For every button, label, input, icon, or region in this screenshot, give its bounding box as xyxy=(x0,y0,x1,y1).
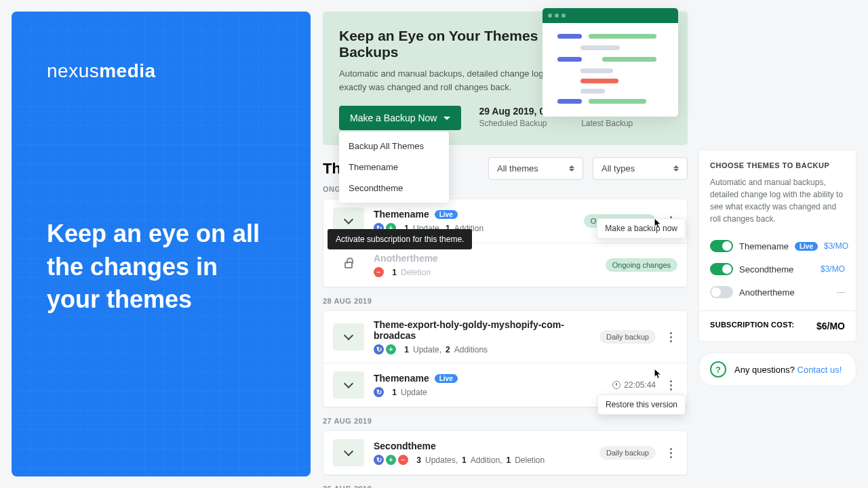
toggle[interactable] xyxy=(710,240,733,252)
add-icon: + xyxy=(386,455,396,465)
table-row: ThemenameLive ↻+ 1 Update, 1 Addition On… xyxy=(323,199,687,243)
promo-panel: nexusmedia Keep an eye on all the change… xyxy=(12,12,311,476)
status-badge: Daily backup xyxy=(599,330,656,344)
group-date: 28 AUG 2019 xyxy=(323,297,688,305)
tooltip: Activate subscription for this theme. xyxy=(328,229,472,249)
update-icon: ↻ xyxy=(374,455,384,465)
dropdown-item[interactable]: Backup All Themes xyxy=(339,136,449,157)
table-row: Anothertheme − 1 Deletion Ongoing change… xyxy=(323,243,687,287)
contact-link[interactable]: Contact us! xyxy=(797,365,842,375)
table-row: Theme-export-holy-goldy-myshopify-com-br… xyxy=(323,311,687,363)
backup-time: 22:05:44 xyxy=(612,380,656,390)
price: $3/MO xyxy=(821,264,845,274)
expand-button[interactable] xyxy=(333,371,364,399)
row-menu-button[interactable] xyxy=(664,332,677,342)
panel-desc: Automatic and manual backups, detailed c… xyxy=(710,176,845,225)
table-row: Secondtheme ↻+− 3 Updates, 1 Addition, 1… xyxy=(323,431,687,474)
update-icon: ↻ xyxy=(374,344,384,354)
live-badge: Live xyxy=(435,374,458,383)
status-badge: Daily backup xyxy=(599,446,656,460)
panel-title: CHOOSE THEMES TO BACKUP xyxy=(710,161,845,169)
make-backup-button[interactable]: Make a Backup Now xyxy=(339,106,461,130)
type-filter[interactable]: All types xyxy=(593,157,688,180)
cursor-icon xyxy=(652,368,661,380)
toggle[interactable] xyxy=(710,263,733,275)
sort-icon xyxy=(569,165,574,171)
row-menu[interactable]: Restore this version xyxy=(597,394,686,415)
row-menu-button[interactable] xyxy=(664,448,677,458)
add-icon: + xyxy=(386,344,396,354)
toggle[interactable] xyxy=(710,286,733,298)
row-menu[interactable]: Make a backup now xyxy=(597,218,686,239)
logo: nexusmedia xyxy=(47,60,275,82)
chevron-down-icon xyxy=(344,215,353,224)
dropdown-item[interactable]: Secondtheme xyxy=(339,178,449,199)
live-badge: Live xyxy=(795,242,818,251)
table-row: ThemenameLive ↻ 1 Update 22:05:44 Restor… xyxy=(323,363,687,407)
expand-button[interactable] xyxy=(333,439,364,466)
delete-icon: − xyxy=(374,267,384,277)
illustration xyxy=(542,8,678,117)
clock-icon xyxy=(612,381,620,389)
chevron-down-icon xyxy=(443,117,450,120)
theme-option: Anothertheme --- xyxy=(710,281,845,304)
sort-icon xyxy=(673,165,679,171)
tagline: Keep an eye on all the changes in your t… xyxy=(47,218,275,317)
backup-dropdown: Backup All Themes Themename Secondtheme xyxy=(339,131,449,203)
expand-button[interactable] xyxy=(333,323,364,350)
delete-icon: − xyxy=(398,455,408,465)
dropdown-item[interactable]: Themename xyxy=(339,157,449,178)
theme-option: Themename Live $3/MO xyxy=(710,235,845,258)
update-icon: ↻ xyxy=(374,387,384,397)
ongoing-card: ThemenameLive ↻+ 1 Update, 1 Addition On… xyxy=(323,199,688,287)
cost-row: SUBSCRIPTION COST:$6/MO xyxy=(699,310,856,341)
price: $3/MO xyxy=(824,241,848,251)
row-menu-button[interactable] xyxy=(664,380,677,390)
theme-option: Secondtheme $3/MO xyxy=(710,258,845,281)
backup-settings-panel: CHOOSE THEMES TO BACKUP Automatic and ma… xyxy=(698,150,856,342)
status-badge: Ongoing changes xyxy=(606,258,677,272)
live-badge: Live xyxy=(435,210,458,219)
group-date: 26 AUG 2019 xyxy=(323,485,688,488)
hero-card: Keep an Eye on Your Themes Changes and B… xyxy=(323,12,688,145)
group-date: 27 AUG 2019 xyxy=(323,417,688,425)
lock-icon xyxy=(333,251,364,279)
theme-filter[interactable]: All themes xyxy=(488,157,583,180)
contact-pill: ? Any questions? Contact us! xyxy=(698,352,856,386)
cursor-icon xyxy=(652,218,661,230)
price: --- xyxy=(837,287,845,297)
section-title: Th xyxy=(323,160,341,178)
help-icon: ? xyxy=(710,361,726,378)
